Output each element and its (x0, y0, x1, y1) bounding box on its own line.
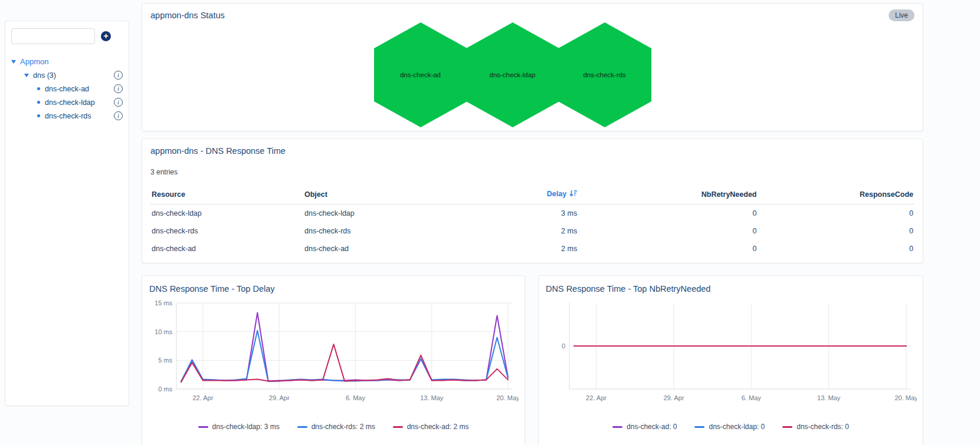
column-header-object[interactable]: Object (303, 186, 448, 205)
cell-nb_retry_needed: 0 (578, 205, 758, 223)
legend-item-dns-check-ad[interactable]: dns-check-ad: 2 ms (393, 423, 469, 431)
x-axis-tick-label: 29. Apr (269, 394, 290, 401)
legend-item-dns-check-ad[interactable]: dns-check-ad: 0 (612, 423, 677, 431)
legend-label: dns-check-ldap: 0 (709, 423, 765, 431)
legend-color-swatch (393, 426, 403, 428)
line-chart-top-nbretryneeded: 22. Apr29. Apr6. May13. May20. May0 (546, 299, 917, 413)
chart-panel-top-delay: DNS Response Time - Top Delay 22. Apr29.… (142, 275, 525, 445)
legend-color-swatch (198, 426, 208, 428)
cell-nb_retry_needed: 0 (578, 222, 758, 240)
tree-node-label: dns (3) (33, 71, 56, 80)
chart-panel-top-nbretryneeded: DNS Response Time - Top NbRetryNeeded 22… (538, 275, 923, 445)
panel-title: appmon-dns - DNS Response Time (150, 146, 915, 156)
table-row[interactable]: dns-check-rdsdns-check-rds2 ms00 (150, 222, 915, 240)
hexagon-label: dns-check-ldap (466, 22, 560, 128)
series-line-dns-check-ldap (181, 313, 508, 382)
legend-label: dns-check-rds: 0 (797, 423, 849, 431)
tree-node-dns[interactable]: dns (3) i (11, 68, 123, 82)
chart-legend: dns-check-ldap: 3 msdns-check-rds: 2 msd… (149, 423, 517, 431)
legend-item-dns-check-ldap[interactable]: dns-check-ldap: 3 ms (198, 423, 280, 431)
sort-descending-icon (569, 190, 577, 199)
hexagon-label: dns-check-ad (373, 22, 468, 128)
chevron-down-icon[interactable] (11, 60, 16, 64)
table-row[interactable]: dns-check-ldapdns-check-ldap3 ms00 (150, 205, 915, 223)
tree-item-label: dns-check-rds (45, 112, 91, 120)
legend-color-swatch (694, 426, 704, 428)
legend-label: dns-check-ad: 2 ms (407, 423, 469, 431)
status-panel: appmon-dns Status Live dns-check-addns-c… (142, 3, 923, 131)
dashboard: + Appmon dns (3) i dns-check-adidns-chec… (0, 0, 980, 445)
cell-delay: 3 ms (448, 205, 578, 223)
add-button[interactable]: + (101, 31, 111, 41)
tree-item-label: dns-check-ldap (45, 98, 95, 107)
info-icon[interactable]: i (114, 84, 123, 93)
x-axis-tick-label: 6. May (346, 394, 366, 401)
info-icon[interactable]: i (114, 111, 123, 120)
x-axis-tick-label: 13. May (420, 394, 444, 401)
y-axis-tick-label: 10 ms (155, 328, 172, 335)
legend-label: dns-check-ad: 0 (627, 423, 677, 431)
column-header-delay[interactable]: Delay (448, 186, 578, 205)
y-axis-tick-label: 5 ms (158, 357, 172, 364)
column-header-resource[interactable]: Resource (150, 186, 303, 205)
bullet-icon (37, 87, 40, 90)
cell-resource: dns-check-ldap (150, 205, 303, 223)
status-hexagon-dns-check-rds[interactable]: dns-check-rds (558, 22, 652, 128)
sidebar: + Appmon dns (3) i dns-check-adidns-chec… (5, 21, 129, 406)
legend-color-swatch (782, 426, 792, 428)
cell-response_code: 0 (758, 240, 915, 258)
series-line-dns-check-rds (181, 331, 508, 382)
table-row[interactable]: dns-check-addns-check-ad2 ms00 (150, 240, 915, 258)
column-header-nbretryneeded[interactable]: NbRetryNeeded (578, 186, 758, 205)
tree-item-dns-check-rds[interactable]: dns-check-rdsi (11, 109, 123, 123)
status-hexagon-dns-check-ad[interactable]: dns-check-ad (373, 22, 468, 128)
legend-item-dns-check-rds[interactable]: dns-check-rds: 0 (782, 423, 849, 431)
cell-object: dns-check-ldap (303, 205, 448, 223)
x-axis-tick-label: 20. May (496, 394, 519, 401)
chart-title: DNS Response Time - Top NbRetryNeeded (546, 284, 916, 294)
cell-object: dns-check-rds (303, 222, 448, 240)
info-icon[interactable]: i (114, 71, 123, 80)
tree-item-dns-check-ldap[interactable]: dns-check-ldapi (11, 95, 123, 109)
live-badge[interactable]: Live (889, 9, 915, 21)
tree-node-appmon[interactable]: Appmon (11, 55, 123, 68)
cell-nb_retry_needed: 0 (578, 240, 758, 258)
cell-resource: dns-check-ad (150, 240, 303, 258)
x-axis-tick-label: 22. Apr (193, 394, 214, 401)
legend-label: dns-check-ldap: 3 ms (212, 423, 280, 431)
tree-node-label: Appmon (20, 57, 48, 66)
y-axis-tick-label: 0 (562, 342, 565, 350)
legend-item-dns-check-rds[interactable]: dns-check-rds: 2 ms (297, 423, 375, 431)
legend-color-swatch (297, 426, 307, 428)
cell-resource: dns-check-rds (150, 222, 303, 240)
x-axis-tick-label: 13. May (817, 394, 841, 401)
legend-item-dns-check-ldap[interactable]: dns-check-ldap: 0 (694, 423, 765, 431)
cell-delay: 2 ms (448, 222, 578, 240)
x-axis-tick-label: 6. May (742, 394, 762, 401)
column-header-responsecode[interactable]: ResponseCode (758, 186, 915, 205)
entries-count: 3 entries (150, 168, 915, 176)
search-input[interactable] (11, 28, 95, 44)
x-axis-tick-label: 22. Apr (586, 394, 607, 401)
cell-response_code: 0 (758, 222, 915, 240)
response-time-table: Resource Object Delay NbRetryNeeded Resp… (150, 186, 915, 258)
service-tree: Appmon dns (3) i dns-check-adidns-check-… (11, 55, 123, 123)
chart-title: DNS Response Time - Top Delay (149, 284, 517, 294)
hexagon-label: dns-check-rds (558, 22, 652, 128)
hexagon-status-row: dns-check-addns-check-ldapdns-check-rds (142, 22, 894, 128)
cell-response_code: 0 (758, 205, 915, 223)
chevron-down-icon[interactable] (24, 74, 29, 77)
y-axis-tick-label: 0 ms (158, 385, 172, 393)
bullet-icon (37, 101, 40, 104)
status-hexagon-dns-check-ldap[interactable]: dns-check-ldap (466, 22, 560, 128)
chart-legend: dns-check-ad: 0dns-check-ldap: 0dns-chec… (546, 423, 916, 431)
tree-item-dns-check-ad[interactable]: dns-check-adi (11, 82, 123, 95)
info-icon[interactable]: i (114, 98, 123, 107)
panel-title: appmon-dns Status (150, 11, 915, 20)
tree-item-label: dns-check-ad (45, 85, 89, 93)
legend-color-swatch (612, 426, 622, 428)
series-line-dns-check-ad (181, 344, 508, 382)
response-time-table-panel: appmon-dns - DNS Response Time 3 entries… (142, 139, 923, 263)
cell-delay: 2 ms (448, 240, 578, 258)
line-chart-top-delay: 22. Apr29. Apr6. May13. May20. May0 ms5 … (149, 299, 519, 413)
